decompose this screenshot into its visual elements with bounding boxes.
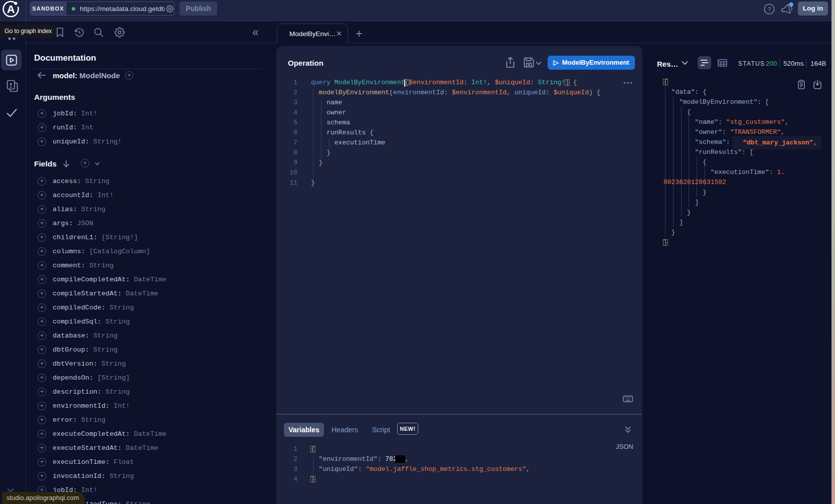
svg-text:A: A <box>7 3 15 16</box>
svg-text:?: ? <box>768 6 771 13</box>
